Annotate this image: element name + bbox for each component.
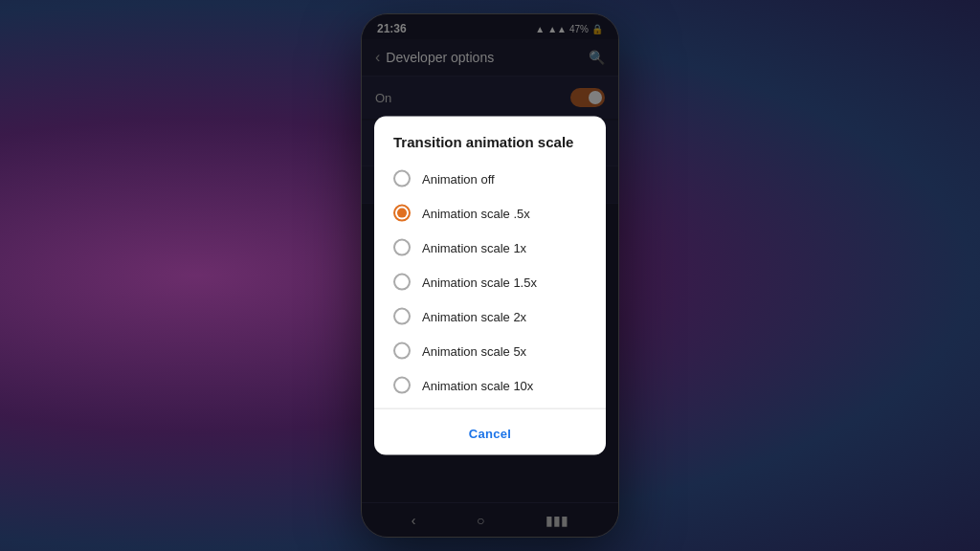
dialog-options: Animation off Animation scale .5x Animat… [374,162,606,403]
radio-10x [393,377,411,394]
option-2x-label: Animation scale 2x [422,309,526,323]
radio-2x [393,308,411,325]
radio-05x [393,205,411,222]
transition-animation-dialog: Transition animation scale Animation off… [374,117,606,455]
option-5x-label: Animation scale 5x [422,343,526,358]
cancel-button[interactable]: Cancel [469,427,511,441]
radio-15x [393,274,411,291]
option-off-label: Animation off [422,171,495,186]
phone-frame: 21:36 ▲ ▲▲ 47% 🔒 ‹ Developer options 🔍 O… [361,13,619,538]
option-15x-label: Animation scale 1.5x [422,275,537,289]
option-10x-label: Animation scale 10x [422,378,533,392]
option-animation-05x[interactable]: Animation scale .5x [386,196,594,231]
dialog-footer: Cancel [374,415,606,455]
radio-off [393,170,411,187]
option-animation-2x[interactable]: Animation scale 2x [386,299,594,334]
option-animation-15x[interactable]: Animation scale 1.5x [386,265,594,299]
option-animation-off[interactable]: Animation off [386,162,594,196]
option-1x-label: Animation scale 1x [422,240,526,254]
radio-1x [393,239,411,256]
option-animation-5x[interactable]: Animation scale 5x [386,334,594,368]
option-animation-10x[interactable]: Animation scale 10x [386,368,594,403]
option-animation-1x[interactable]: Animation scale 1x [386,231,594,265]
radio-5x [393,342,411,360]
dialog-divider [374,408,606,409]
dialog-title: Transition animation scale [374,117,606,162]
radio-05x-inner [397,209,407,218]
option-05x-label: Animation scale .5x [422,206,530,220]
